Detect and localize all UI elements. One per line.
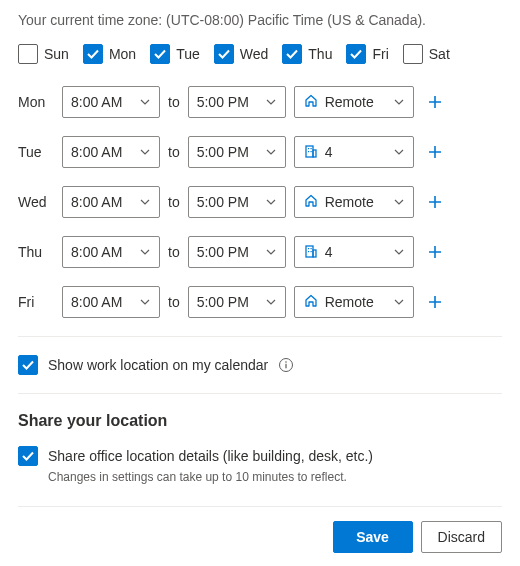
location-dropdown[interactable]: Remote bbox=[294, 186, 414, 218]
day-label: Wed bbox=[240, 46, 269, 62]
schedule-day-label: Tue bbox=[18, 144, 54, 160]
svg-point-13 bbox=[285, 361, 287, 363]
schedule-row-mon: Mon8:00 AMto5:00 PMRemote bbox=[18, 86, 502, 118]
svg-rect-7 bbox=[313, 250, 316, 257]
add-time-button[interactable] bbox=[422, 239, 448, 265]
end-time-dropdown[interactable]: 5:00 PM bbox=[188, 236, 286, 268]
schedule-day-label: Mon bbox=[18, 94, 54, 110]
location-value: Remote bbox=[325, 94, 374, 110]
share-details-checkbox[interactable] bbox=[18, 446, 38, 466]
building-icon bbox=[303, 243, 319, 262]
to-label: to bbox=[168, 244, 180, 260]
schedule-row-fri: Fri8:00 AMto5:00 PMRemote bbox=[18, 286, 502, 318]
start-time-dropdown[interactable]: 8:00 AM bbox=[62, 286, 160, 318]
home-icon bbox=[303, 193, 319, 212]
location-value: Remote bbox=[325, 194, 374, 210]
share-details-label: Share office location details (like buil… bbox=[48, 448, 373, 464]
day-label: Tue bbox=[176, 46, 200, 62]
building-icon bbox=[303, 143, 319, 162]
day-label: Sat bbox=[429, 46, 450, 62]
discard-button[interactable]: Discard bbox=[421, 521, 502, 553]
location-dropdown[interactable]: 4 bbox=[294, 236, 414, 268]
add-time-button[interactable] bbox=[422, 289, 448, 315]
end-time-value: 5:00 PM bbox=[197, 94, 249, 110]
day-check-mon: Mon bbox=[83, 44, 136, 64]
day-check-wed: Wed bbox=[214, 44, 269, 64]
day-check-sat: Sat bbox=[403, 44, 450, 64]
schedule-row-wed: Wed8:00 AMto5:00 PMRemote bbox=[18, 186, 502, 218]
schedule-row-tue: Tue8:00 AMto5:00 PM4 bbox=[18, 136, 502, 168]
svg-rect-14 bbox=[286, 364, 287, 369]
svg-rect-11 bbox=[310, 251, 311, 252]
divider bbox=[18, 393, 502, 394]
divider bbox=[18, 336, 502, 337]
day-check-thu: Thu bbox=[282, 44, 332, 64]
start-time-dropdown[interactable]: 8:00 AM bbox=[62, 86, 160, 118]
add-time-button[interactable] bbox=[422, 139, 448, 165]
schedule-list: Mon8:00 AMto5:00 PMRemoteTue8:00 AMto5:0… bbox=[18, 86, 502, 318]
location-dropdown[interactable]: Remote bbox=[294, 86, 414, 118]
svg-rect-3 bbox=[310, 148, 311, 149]
location-dropdown[interactable]: Remote bbox=[294, 286, 414, 318]
to-label: to bbox=[168, 294, 180, 310]
location-dropdown[interactable]: 4 bbox=[294, 136, 414, 168]
day-checkbox-fri[interactable] bbox=[346, 44, 366, 64]
add-time-button[interactable] bbox=[422, 189, 448, 215]
show-location-label: Show work location on my calendar bbox=[48, 357, 268, 373]
day-checkbox-wed[interactable] bbox=[214, 44, 234, 64]
share-details-hint: Changes in settings can take up to 10 mi… bbox=[48, 470, 502, 484]
svg-rect-2 bbox=[308, 148, 309, 149]
location-value: 4 bbox=[325, 144, 333, 160]
day-checkbox-sat[interactable] bbox=[403, 44, 423, 64]
show-location-checkbox[interactable] bbox=[18, 355, 38, 375]
to-label: to bbox=[168, 94, 180, 110]
end-time-dropdown[interactable]: 5:00 PM bbox=[188, 186, 286, 218]
end-time-dropdown[interactable]: 5:00 PM bbox=[188, 286, 286, 318]
info-icon[interactable] bbox=[278, 357, 294, 373]
start-time-dropdown[interactable]: 8:00 AM bbox=[62, 186, 160, 218]
to-label: to bbox=[168, 194, 180, 210]
start-time-dropdown[interactable]: 8:00 AM bbox=[62, 236, 160, 268]
end-time-value: 5:00 PM bbox=[197, 144, 249, 160]
day-label: Fri bbox=[372, 46, 388, 62]
day-checkbox-mon[interactable] bbox=[83, 44, 103, 64]
end-time-value: 5:00 PM bbox=[197, 194, 249, 210]
svg-rect-8 bbox=[308, 248, 309, 249]
add-time-button[interactable] bbox=[422, 89, 448, 115]
end-time-dropdown[interactable]: 5:00 PM bbox=[188, 136, 286, 168]
schedule-row-thu: Thu8:00 AMto5:00 PM4 bbox=[18, 236, 502, 268]
svg-rect-4 bbox=[308, 151, 309, 152]
day-checkbox-thu[interactable] bbox=[282, 44, 302, 64]
end-time-dropdown[interactable]: 5:00 PM bbox=[188, 86, 286, 118]
start-time-dropdown[interactable]: 8:00 AM bbox=[62, 136, 160, 168]
svg-rect-6 bbox=[306, 246, 313, 257]
start-time-value: 8:00 AM bbox=[71, 144, 122, 160]
schedule-day-label: Fri bbox=[18, 294, 54, 310]
share-details-row: Share office location details (like buil… bbox=[18, 446, 502, 466]
share-location-title: Share your location bbox=[18, 412, 502, 430]
day-label: Sun bbox=[44, 46, 69, 62]
timezone-text: Your current time zone: (UTC-08:00) Paci… bbox=[18, 12, 502, 28]
schedule-day-label: Wed bbox=[18, 194, 54, 210]
footer: Save Discard bbox=[18, 506, 502, 553]
svg-rect-0 bbox=[306, 146, 313, 157]
day-check-fri: Fri bbox=[346, 44, 388, 64]
end-time-value: 5:00 PM bbox=[197, 244, 249, 260]
home-icon bbox=[303, 93, 319, 112]
svg-rect-1 bbox=[313, 150, 316, 157]
day-checkbox-sun[interactable] bbox=[18, 44, 38, 64]
home-icon bbox=[303, 293, 319, 312]
start-time-value: 8:00 AM bbox=[71, 294, 122, 310]
work-days-row: SunMonTueWedThuFriSat bbox=[18, 44, 502, 64]
to-label: to bbox=[168, 144, 180, 160]
day-check-tue: Tue bbox=[150, 44, 200, 64]
save-button[interactable]: Save bbox=[333, 521, 413, 553]
day-label: Thu bbox=[308, 46, 332, 62]
end-time-value: 5:00 PM bbox=[197, 294, 249, 310]
svg-rect-10 bbox=[308, 251, 309, 252]
start-time-value: 8:00 AM bbox=[71, 244, 122, 260]
location-value: 4 bbox=[325, 244, 333, 260]
day-checkbox-tue[interactable] bbox=[150, 44, 170, 64]
schedule-day-label: Thu bbox=[18, 244, 54, 260]
start-time-value: 8:00 AM bbox=[71, 94, 122, 110]
